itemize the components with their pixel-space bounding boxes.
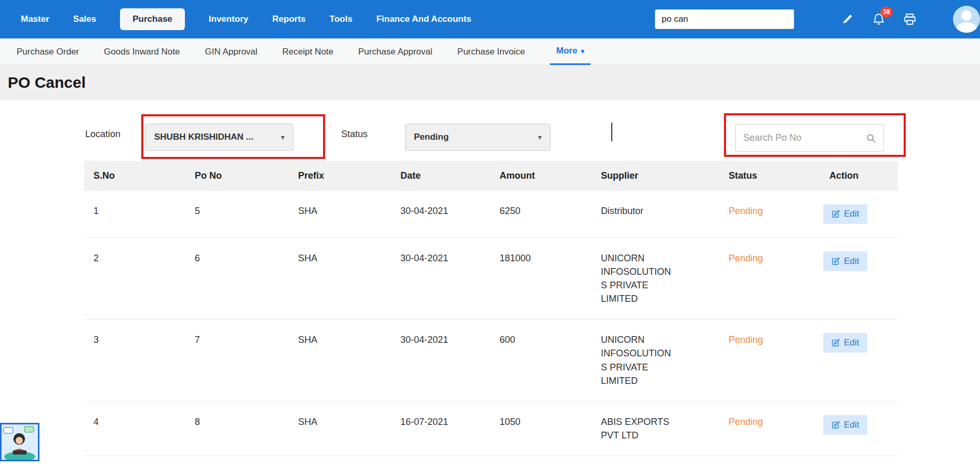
column-header-date: Date	[391, 161, 490, 191]
top-navigation-bar: Master Sales Purchase Inventory Reports …	[0, 0, 980, 38]
column-header-status: Status	[719, 161, 820, 191]
nav-item-inventory[interactable]: Inventory	[209, 14, 249, 24]
edit-button[interactable]: Edit	[823, 251, 867, 271]
column-header-action: Action	[820, 161, 898, 191]
cell-amount: 600	[490, 319, 592, 401]
subnav-item-purchase-approval[interactable]: Purchase Approval	[358, 38, 433, 65]
column-header-supplier: Supplier	[592, 161, 719, 191]
subnav-item-goods-inward-note[interactable]: Goods Inward Note	[104, 38, 180, 65]
cell-pono: 5	[185, 191, 289, 238]
edit-pencil-icon	[831, 339, 840, 347]
cell-supplier: Distributor	[592, 191, 719, 238]
po-search-box	[735, 124, 884, 152]
status-badge: Pending	[719, 238, 820, 319]
purchase-sub-navigation: Purchase Order Goods Inward Note GIN App…	[0, 38, 980, 65]
edit-button-label: Edit	[844, 256, 859, 266]
table-header-row: S.No Po No Prefix Date Amount Supplier S…	[84, 161, 898, 191]
table-row: 1 5 SHA 30-04-2021 6250 Distributor Pend…	[84, 191, 898, 238]
page-title: PO Cancel	[8, 74, 86, 91]
subnav-item-purchase-invoice[interactable]: Purchase Invoice	[458, 38, 525, 65]
cell-sno: 1	[84, 191, 185, 238]
status-badge: Pending	[719, 401, 820, 456]
nav-item-finance-and-accounts[interactable]: Finance And Accounts	[377, 14, 472, 24]
edit-button-label: Edit	[844, 338, 859, 348]
location-label: Location	[85, 129, 120, 140]
cell-sno: 2	[84, 238, 185, 319]
cell-sno: 3	[84, 319, 185, 401]
nav-item-sales[interactable]: Sales	[73, 14, 96, 24]
column-header-sno: S.No	[84, 161, 185, 191]
cell-prefix: SHA	[289, 238, 391, 319]
chat-assistant-avatar[interactable]	[0, 423, 39, 461]
nav-item-purchase[interactable]: Purchase	[120, 8, 185, 30]
cell-prefix: SHA	[289, 191, 391, 238]
column-header-prefix: Prefix	[289, 161, 391, 191]
po-cancel-table: S.No Po No Prefix Date Amount Supplier S…	[84, 161, 898, 456]
cell-pono: 8	[185, 401, 289, 456]
cell-date: 16-07-2021	[391, 401, 490, 456]
cell-date: 30-04-2021	[391, 319, 490, 401]
table-row: 3 7 SHA 30-04-2021 600 UNICORN INFOSOLUT…	[84, 319, 898, 401]
po-search-input[interactable]	[743, 132, 866, 143]
nav-item-reports[interactable]: Reports	[272, 14, 305, 24]
edit-button[interactable]: Edit	[823, 333, 867, 353]
nav-item-master[interactable]: Master	[21, 14, 49, 24]
location-dropdown[interactable]: SHUBH KRISHIDHAN ... ▾	[145, 124, 293, 151]
table-row: 4 8 SHA 16-07-2021 1050 ABIS EXPORTS PVT…	[84, 401, 898, 456]
status-badge: Pending	[719, 191, 820, 238]
user-avatar[interactable]	[953, 6, 980, 33]
topbar-icons: 38	[840, 11, 918, 27]
subnav-item-purchase-order[interactable]: Purchase Order	[17, 38, 79, 65]
title-bar: PO Cancel	[0, 65, 980, 100]
edit-pencil-icon	[831, 257, 840, 265]
paint-brush-icon[interactable]	[840, 11, 855, 27]
cell-amount: 1050	[490, 401, 592, 456]
status-badge: Pending	[719, 319, 820, 401]
text-cursor	[611, 123, 612, 141]
status-dropdown[interactable]: Pending ▾	[405, 124, 551, 151]
global-search-input[interactable]	[655, 9, 794, 29]
notification-count-badge: 38	[880, 7, 893, 17]
nav-item-tools[interactable]: Tools	[330, 14, 353, 24]
page: Master Sales Purchase Inventory Reports …	[0, 0, 980, 467]
cell-supplier: ABIS EXPORTS PVT LTD	[592, 401, 719, 456]
cell-pono: 6	[185, 238, 289, 319]
more-label: More	[556, 46, 578, 56]
search-icon	[866, 133, 876, 143]
column-header-amount: Amount	[490, 161, 592, 191]
cell-amount: 6250	[490, 191, 592, 238]
edit-button-label: Edit	[844, 209, 859, 219]
cell-sno: 4	[84, 401, 185, 456]
location-dropdown-value: SHUBH KRISHIDHAN ...	[154, 132, 253, 142]
cell-date: 30-04-2021	[391, 191, 490, 238]
subnav-item-gin-approval[interactable]: GIN Approval	[205, 38, 257, 65]
edit-button[interactable]: Edit	[823, 204, 867, 224]
chevron-down-icon: ▾	[581, 47, 585, 55]
subnav-item-receipt-note[interactable]: Receipt Note	[283, 38, 333, 65]
edit-pencil-icon	[831, 421, 840, 429]
edit-pencil-icon	[831, 210, 840, 218]
column-header-pono: Po No	[185, 161, 289, 191]
subnav-item-more[interactable]: More ▾	[550, 38, 590, 65]
edit-button-label: Edit	[844, 420, 859, 430]
cell-amount: 181000	[490, 238, 592, 319]
status-label: Status	[341, 129, 368, 140]
cell-supplier: UNICORN INFOSOLUTION S PRIVATE LIMITED	[592, 319, 719, 401]
filters-row: Location SHUBH KRISHIDHAN ... ▾ Status P…	[0, 100, 980, 161]
cell-date: 30-04-2021	[391, 238, 490, 319]
chevron-down-icon: ▾	[281, 133, 285, 141]
cell-prefix: SHA	[289, 401, 391, 456]
notifications-bell-icon[interactable]: 38	[871, 11, 887, 27]
printer-icon[interactable]	[902, 11, 918, 27]
cell-pono: 7	[185, 319, 289, 401]
chevron-down-icon: ▾	[538, 133, 542, 141]
status-dropdown-value: Pending	[414, 132, 449, 142]
cell-prefix: SHA	[289, 319, 391, 401]
cell-supplier: UNICORN INFOSOLUTION S PRIVATE LIMITED	[592, 238, 719, 319]
table-row: 2 6 SHA 30-04-2021 181000 UNICORN INFOSO…	[84, 238, 898, 319]
edit-button[interactable]: Edit	[823, 415, 867, 435]
